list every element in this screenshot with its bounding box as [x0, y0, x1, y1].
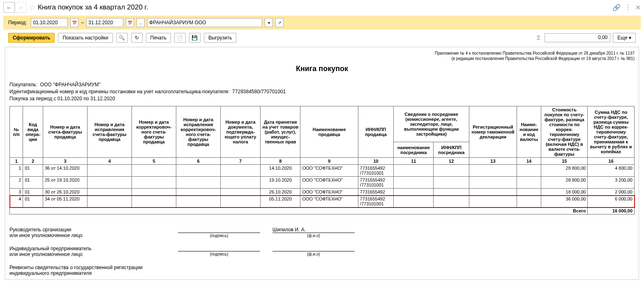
th-2: Код вида опера­ции — [23, 106, 43, 158]
ip-label-1: Индивидуальный предприниматель — [9, 246, 166, 251]
period-label: Период: — [8, 20, 27, 25]
colnum-3: 3 — [43, 158, 87, 165]
print-preview-icon[interactable]: 📄 — [174, 33, 186, 43]
table-row[interactable]: 40134 от 05.11.202005.11.2020ООО "СОФТЕХ… — [10, 196, 635, 207]
table-row[interactable]: 30130 от 26.10.202026.10.2020ООО "СОФТЕХ… — [10, 189, 635, 196]
close-icon[interactable]: ✕ — [635, 4, 641, 12]
legal-note-2: (в редакции постановления Правительства … — [9, 56, 635, 61]
table-row[interactable]: 20125 от 19.10.202019.10.2020ООО "СОФТЕХ… — [10, 177, 635, 189]
signatures-area: Руководитель организации или иное уполно… — [9, 227, 635, 276]
head-label-1: Руководитель организации — [9, 227, 166, 233]
toolbar: Сформировать Показать настройки 🔍 ↻ Печа… — [3, 30, 641, 45]
period-line: Покупка за период с 01.10.2020 по 31.12.… — [9, 95, 635, 102]
colnum-12: 12 — [434, 158, 469, 165]
period-picker-button[interactable]: … — [136, 18, 145, 27]
period-separator: – — [81, 20, 84, 25]
print-button[interactable]: Печать — [146, 33, 171, 43]
th-14: Наиме­нование и код валюты — [517, 106, 541, 158]
colnum-11: 11 — [394, 158, 434, 165]
colnum-16: 16 — [588, 158, 635, 165]
colnum-5: 5 — [132, 158, 176, 165]
colnum-14: 14 — [517, 158, 541, 165]
th-8: Дата принятия на учет товаров (работ, ус… — [261, 106, 300, 158]
period-from-input[interactable] — [31, 18, 68, 27]
org-open-icon[interactable]: ↗ — [275, 18, 284, 27]
colnum-7: 7 — [221, 158, 261, 165]
favorite-star-icon[interactable]: ☆ — [29, 3, 35, 12]
buyer-line: Покупатель: ООО "ФРАНЧАЙЗАРИУМ" — [9, 81, 635, 88]
save-icon[interactable]: 💾 — [189, 33, 201, 43]
ip-sign-line: (подпись) — [178, 251, 260, 256]
th-3: Номер и дата счета-фактуры продавца — [43, 106, 87, 158]
nav-back-button[interactable]: ← — [3, 2, 15, 13]
link-icon[interactable]: 🔗 — [612, 4, 621, 12]
colnum-2: 2 — [23, 158, 43, 165]
titlebar: ← → ☆ Книга покупок за 4 квартал 2020 г.… — [0, 0, 644, 15]
zoom-in-icon[interactable]: 🔍 — [116, 33, 128, 43]
th-4: Номер и дата исправления счета-фактуры п… — [87, 106, 132, 158]
colnum-9: 9 — [300, 158, 358, 165]
th-16: Сумма НДС по счету-фактуре, разница сумм… — [588, 106, 635, 158]
th-7: Номер и дата документа, подтвержда­ющего… — [221, 106, 261, 158]
table-row[interactable]: 10136 от 14.10.202014.10.2020ООО "СОФТЕХ… — [10, 165, 635, 177]
period-bar: Период: 📅 – 📅 … ▾ ↗ — [3, 16, 641, 30]
page-title: Книга покупок за 4 квартал 2020 г. — [38, 3, 148, 12]
nav-forward-button[interactable]: → — [15, 2, 26, 13]
th-11-12-top: Сведения о посреднике (комиссионере, аге… — [394, 106, 469, 142]
head-name: Шипилов И. А. — [272, 227, 355, 233]
export-button[interactable]: Выгрузить — [204, 33, 237, 43]
colnum-13: 13 — [469, 158, 517, 165]
colnum-1: 1 — [10, 158, 23, 165]
show-settings-button[interactable]: Показать настройки — [58, 33, 113, 43]
org-dropdown-icon[interactable]: ▾ — [265, 18, 273, 27]
th-12: ИНН/КПП посредника — [434, 142, 469, 158]
ip-label-2: или иное уполномоченное лицо — [9, 251, 166, 257]
menu-dots-icon[interactable]: ⋮ — [625, 4, 631, 12]
report-area: Приложение № 4 к постановлению Правитель… — [5, 47, 639, 280]
period-to-input[interactable] — [86, 18, 123, 27]
colnum-15: 15 — [541, 158, 588, 165]
ip-fio-line: (ф.и.о) — [272, 251, 355, 256]
sum-display: 0,00 — [545, 33, 610, 42]
head-fio-line: (ф.и.о) — [272, 233, 355, 238]
colnum-6: 6 — [176, 158, 221, 165]
zoom-refresh-icon[interactable]: ↻ — [131, 33, 143, 43]
th-1: № п/п — [10, 106, 23, 158]
th-5: Номер и дата корректировоч­ного счета-фа… — [132, 106, 176, 158]
head-label-2: или иное уполномоченное лицо — [9, 233, 166, 238]
th-15: Стоимость покупок по счету-фактуре, разн… — [541, 106, 588, 158]
calendar-from-icon[interactable]: 📅 — [70, 18, 78, 27]
th-6: Номер и дата исправления корректировоч­н… — [176, 106, 221, 158]
report-title: Книга покупок — [9, 65, 635, 73]
reg-label: Реквизиты свидетельства о государственно… — [9, 265, 166, 276]
legal-note-1: Приложение № 4 к постановлению Правитель… — [9, 51, 635, 56]
report-table: № п/п Код вида опера­ции Номер и дата сч… — [9, 106, 635, 214]
th-13: Регистрационный номер таможенной деклара… — [469, 106, 517, 158]
colnum-4: 4 — [87, 158, 132, 165]
calendar-to-icon[interactable]: 📅 — [126, 18, 134, 27]
colnum-8: 8 — [261, 158, 300, 165]
th-10: ИНН/КПП продавца — [358, 106, 393, 158]
sigma-icon: Σ — [537, 35, 541, 41]
more-button[interactable]: Еще ▾ — [613, 33, 636, 43]
organization-input[interactable] — [147, 18, 262, 27]
colnum-10: 10 — [358, 158, 393, 165]
th-11: наименование посредника — [394, 142, 434, 158]
th-9: Наименование продавца — [300, 106, 358, 158]
total-row: Всего16 000,00 — [10, 207, 635, 214]
head-sign-line: (подпись) — [178, 233, 260, 238]
generate-button[interactable]: Сформировать — [8, 33, 55, 43]
inn-line: Идентификационный номер и код причины по… — [9, 88, 635, 95]
